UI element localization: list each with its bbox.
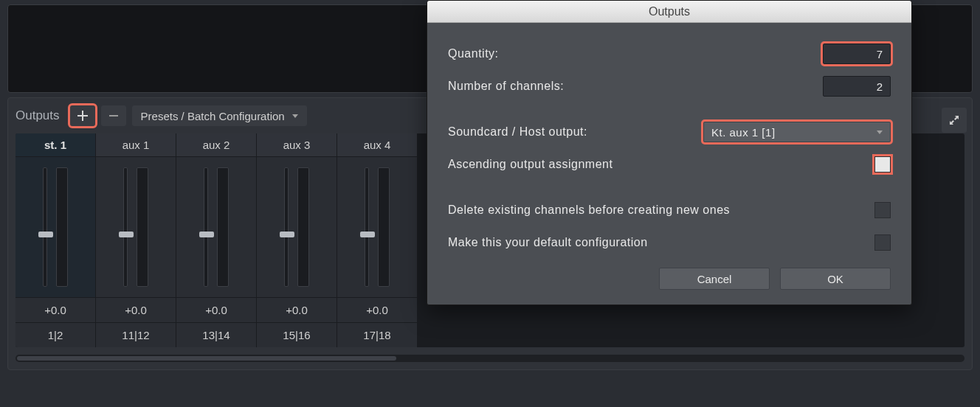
make-default-checkbox[interactable] [874,234,891,251]
fader-knob[interactable] [38,232,53,237]
fader-knob[interactable] [199,232,214,237]
channel-body [15,157,95,297]
level-meter [217,167,229,287]
quantity-input[interactable] [823,44,891,64]
volume-fader[interactable] [284,167,289,287]
channel-gain-value[interactable]: +0.0 [15,297,95,322]
fader-knob[interactable] [119,232,134,237]
fader-knob[interactable] [280,232,294,237]
level-meter [56,167,68,287]
make-default-label: Make this your default configuration [448,236,648,249]
channel-body [96,157,176,297]
outputs-dialog: Outputs Quantity: Number of channels: So… [427,0,912,305]
dialog-title: Outputs [649,5,690,18]
channel-body [257,157,337,297]
channel-routing-value[interactable]: 15|16 [257,322,337,347]
plus-icon [77,111,88,121]
expand-icon [948,114,960,126]
chevron-down-icon [877,131,883,134]
outputs-panel-title: Outputs [15,108,60,123]
channel-gain-value[interactable]: +0.0 [176,297,256,322]
minus-icon [108,111,119,121]
channel-strip: aux 1+0.011|12 [96,133,176,347]
channel-body [337,157,417,297]
svg-rect-0 [109,115,118,116]
channel-name[interactable]: aux 4 [337,133,417,157]
channel-strip: aux 2+0.013|14 [176,133,256,347]
scroll-thumb[interactable] [17,356,396,361]
channel-name[interactable]: aux 2 [176,133,256,157]
channel-name[interactable]: st. 1 [15,133,95,157]
ascending-checkbox[interactable] [874,156,891,173]
host-output-select[interactable]: Kt. aux 1 [1] [703,122,891,142]
host-output-value: Kt. aux 1 [1] [711,126,776,139]
channel-routing-value[interactable]: 13|14 [176,322,256,347]
expand-panel-button[interactable] [942,108,967,133]
dialog-titlebar[interactable]: Outputs [427,1,911,23]
channel-strip: st. 1+0.01|2 [15,133,95,347]
channel-gain-value[interactable]: +0.0 [257,297,337,322]
channel-strip: aux 4+0.017|18 [337,133,417,347]
channel-gain-value[interactable]: +0.0 [337,297,417,322]
channel-strip: aux 3+0.015|16 [257,133,337,347]
level-meter [137,167,148,287]
ok-button[interactable]: OK [780,268,891,290]
volume-fader[interactable] [43,167,47,287]
quantity-label: Quantity: [448,47,499,60]
level-meter [378,167,390,287]
cancel-button[interactable]: Cancel [659,268,770,290]
volume-fader[interactable] [365,167,369,287]
ascending-label: Ascending output assignment [448,158,612,171]
channel-name[interactable]: aux 3 [257,133,337,157]
num-channels-label: Number of channels: [448,80,564,93]
remove-output-button[interactable] [101,105,126,126]
presets-dropdown[interactable]: Presets / Batch Configuration [132,105,307,126]
num-channels-input[interactable] [823,76,891,97]
volume-fader[interactable] [204,167,208,287]
channel-routing-value[interactable]: 17|18 [337,322,417,347]
delete-existing-checkbox[interactable] [874,202,891,218]
channel-body [176,157,256,297]
presets-label: Presets / Batch Configuration [141,110,285,122]
channel-gain-value[interactable]: +0.0 [96,297,176,322]
fader-knob[interactable] [360,232,375,237]
chevron-down-icon [292,114,298,118]
host-output-label: Soundcard / Host output: [448,125,587,139]
delete-existing-label: Delete existing channels before creating… [448,204,730,217]
add-output-button[interactable] [70,105,95,126]
channel-routing-value[interactable]: 1|2 [15,322,95,347]
channel-name[interactable]: aux 1 [96,133,176,157]
horizontal-scrollbar[interactable] [15,355,965,362]
channel-routing-value[interactable]: 11|12 [96,322,176,347]
level-meter [297,167,309,287]
volume-fader[interactable] [123,167,128,287]
